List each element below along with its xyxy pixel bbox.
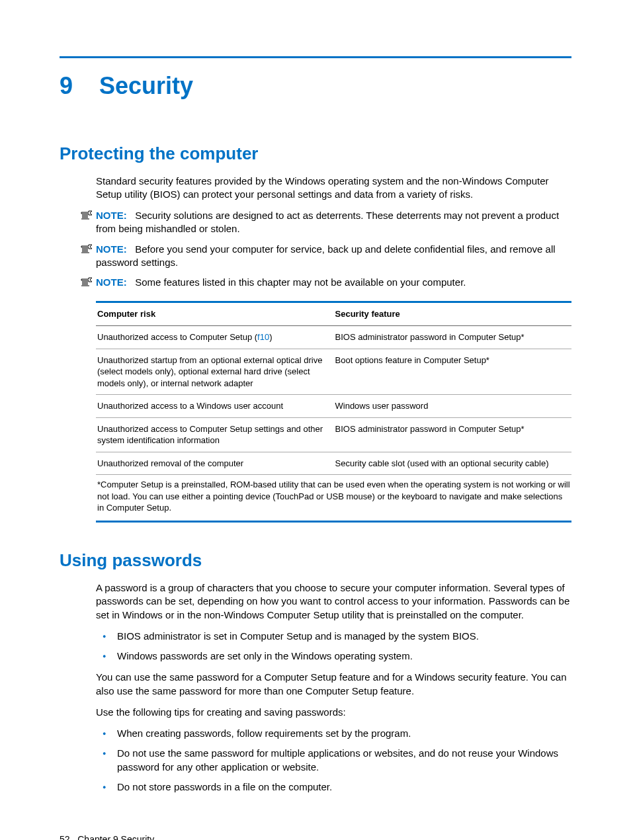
keyboard-key-hint: f10 bbox=[257, 332, 269, 342]
note-icon bbox=[81, 210, 93, 220]
table-row: Unauthorized access to Computer Setup se… bbox=[96, 417, 571, 452]
chapter-heading: 9 Security bbox=[60, 70, 571, 103]
note-block: NOTE: Security solutions are designed to… bbox=[82, 209, 571, 236]
risk-feature-table: Computer risk Security feature Unauthori… bbox=[96, 301, 571, 475]
note-label: NOTE: bbox=[96, 276, 127, 288]
feature-cell: Security cable slot (used with an option… bbox=[334, 452, 572, 475]
passwords-p3: Use the following tips for creating and … bbox=[96, 706, 571, 719]
table-header-risk: Computer risk bbox=[96, 302, 334, 326]
chapter-number: 9 bbox=[60, 70, 73, 103]
note-text: Some features listed in this chapter may… bbox=[135, 276, 466, 288]
footer-label: Chapter 9 Security bbox=[77, 834, 154, 840]
note-icon bbox=[81, 277, 93, 287]
chapter-title: Security bbox=[99, 70, 193, 103]
feature-cell: Boot options feature in Computer Setup* bbox=[334, 349, 572, 395]
feature-cell: BIOS administrator password in Computer … bbox=[334, 417, 572, 452]
list-item: Windows passwords are set only in the Wi… bbox=[96, 650, 571, 663]
feature-cell: BIOS administrator password in Computer … bbox=[334, 325, 572, 349]
feature-cell: Windows user password bbox=[334, 395, 572, 418]
table-footnote: *Computer Setup is a preinstalled, ROM-b… bbox=[96, 475, 571, 523]
passwords-p2: You can use the same password for a Comp… bbox=[96, 671, 571, 698]
note-label: NOTE: bbox=[96, 210, 127, 221]
risk-cell: Unauthorized startup from an optional ex… bbox=[96, 349, 334, 395]
top-divider bbox=[60, 56, 571, 58]
intro-paragraph: Standard security features provided by t… bbox=[96, 175, 571, 202]
risk-cell: Unauthorized access to a Windows user ac… bbox=[96, 395, 334, 418]
table-row: Unauthorized startup from an optional ex… bbox=[96, 349, 571, 395]
list-item: When creating passwords, follow requirem… bbox=[96, 727, 571, 740]
note-text: Before you send your computer for servic… bbox=[96, 243, 556, 268]
passwords-intro: A password is a group of characters that… bbox=[96, 581, 571, 622]
note-text: Security solutions are designed to act a… bbox=[96, 210, 559, 234]
table-row: Unauthorized access to Computer Setup (f… bbox=[96, 325, 571, 349]
risk-cell: Unauthorized removal of the computer bbox=[96, 452, 334, 475]
table-row: Unauthorized removal of the computer Sec… bbox=[96, 452, 571, 475]
page-number: 52 bbox=[60, 834, 70, 840]
table-header-feature: Security feature bbox=[334, 302, 572, 326]
note-label: NOTE: bbox=[96, 243, 127, 255]
table-row: Unauthorized access to a Windows user ac… bbox=[96, 395, 571, 418]
password-tips-list: When creating passwords, follow requirem… bbox=[96, 727, 571, 794]
section-heading-passwords: Using passwords bbox=[60, 549, 571, 572]
page-footer: 52 Chapter 9 Security bbox=[60, 833, 571, 840]
list-item: Do not use the same password for multipl… bbox=[96, 747, 571, 774]
risk-cell: Unauthorized access to Computer Setup se… bbox=[96, 417, 334, 452]
note-icon bbox=[81, 244, 93, 254]
list-item: BIOS administrator is set in Computer Se… bbox=[96, 630, 571, 643]
note-block: NOTE: Some features listed in this chapt… bbox=[82, 276, 571, 289]
risk-cell: Unauthorized access to Computer Setup (f… bbox=[96, 325, 334, 349]
list-item: Do not store passwords in a file on the … bbox=[96, 780, 571, 794]
password-types-list: BIOS administrator is set in Computer Se… bbox=[96, 630, 571, 663]
section-heading-protecting: Protecting the computer bbox=[60, 142, 571, 165]
note-block: NOTE: Before you send your computer for … bbox=[82, 243, 571, 270]
